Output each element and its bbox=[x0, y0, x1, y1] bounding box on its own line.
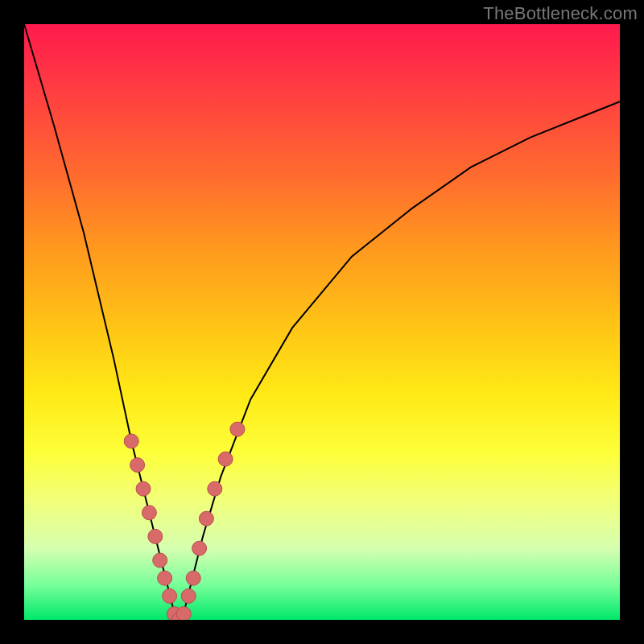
watermark-text: TheBottleneck.com bbox=[483, 3, 638, 24]
data-point bbox=[192, 541, 207, 555]
chart-frame: TheBottleneck.com bbox=[0, 0, 644, 644]
data-point bbox=[158, 571, 172, 585]
data-point bbox=[186, 571, 200, 585]
data-point bbox=[218, 452, 233, 466]
data-point bbox=[230, 422, 245, 436]
data-point bbox=[148, 529, 163, 543]
data-point-group bbox=[124, 422, 245, 620]
data-point bbox=[142, 506, 156, 520]
data-point bbox=[199, 511, 213, 526]
chart-svg bbox=[24, 24, 620, 620]
data-point bbox=[163, 588, 177, 603]
data-point bbox=[176, 607, 191, 620]
data-point bbox=[208, 481, 222, 496]
bottleneck-curve bbox=[24, 24, 620, 620]
data-point bbox=[124, 434, 138, 448]
data-point bbox=[136, 481, 151, 496]
data-point bbox=[181, 588, 196, 603]
data-point bbox=[130, 458, 145, 473]
data-point bbox=[153, 553, 167, 568]
chart-plot-area bbox=[24, 24, 620, 620]
